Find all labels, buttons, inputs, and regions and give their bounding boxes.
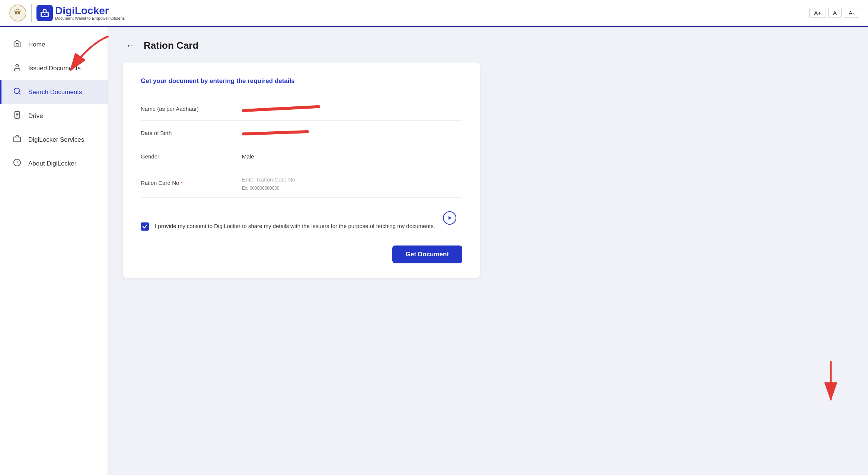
back-button[interactable]: ← bbox=[123, 39, 138, 52]
drive-icon bbox=[12, 111, 22, 121]
sidebar-label-drive: Drive bbox=[28, 112, 43, 120]
consent-checkbox[interactable] bbox=[141, 222, 149, 231]
logo-divider bbox=[31, 4, 32, 22]
gender-label: Gender bbox=[141, 153, 237, 160]
sidebar-item-digilocker-services[interactable]: DigiLocker Services bbox=[0, 128, 108, 152]
get-document-button[interactable]: Get Document bbox=[392, 245, 462, 263]
ration-card-no-hint: Ex. 000000000000 bbox=[237, 186, 462, 191]
logo-combined: DigiLocker Document Wallet to Empower Ci… bbox=[36, 5, 125, 21]
app-header: 🏛 DigiLocker Document Wallet to Empower … bbox=[0, 0, 868, 27]
sidebar-label-home: Home bbox=[28, 41, 45, 48]
sidebar-item-issued-documents[interactable]: Issued Documents bbox=[0, 57, 108, 80]
home-icon bbox=[12, 39, 22, 50]
gender-value: Male bbox=[237, 152, 462, 161]
dob-value-redacted bbox=[237, 128, 462, 138]
svg-text:🏛: 🏛 bbox=[14, 9, 22, 17]
logo-subtitle: Document Wallet to Empower Citizens bbox=[55, 16, 125, 20]
sidebar-label-about: About DigiLocker bbox=[28, 160, 76, 167]
svg-rect-12 bbox=[14, 137, 20, 142]
sidebar-label-issued-documents: Issued Documents bbox=[28, 65, 81, 72]
svg-line-7 bbox=[19, 93, 20, 94]
page-title: Ration Card bbox=[144, 40, 198, 51]
svg-point-4 bbox=[44, 14, 45, 15]
consent-area: I provide my consent to DigiLocker to sh… bbox=[141, 219, 435, 234]
sidebar-item-home[interactable]: Home bbox=[0, 33, 108, 57]
dob-field-row: Date of Birth bbox=[141, 121, 462, 145]
consent-text: I provide my consent to DigiLocker to sh… bbox=[155, 222, 435, 231]
svg-marker-16 bbox=[449, 216, 451, 220]
name-value-redacted bbox=[237, 103, 462, 114]
logo-icon bbox=[36, 5, 53, 21]
logo-text: DigiLocker Document Wallet to Empower Ci… bbox=[55, 6, 125, 20]
play-icon[interactable] bbox=[443, 211, 456, 225]
page-header: ← Ration Card bbox=[123, 39, 853, 52]
font-controls: A+ A A- bbox=[809, 8, 859, 18]
main-layout: Home Issued Documents Search Documents bbox=[0, 27, 868, 475]
card-subtitle: Get your document by entering the requir… bbox=[141, 77, 462, 85]
about-icon bbox=[12, 158, 22, 169]
search-documents-icon bbox=[12, 87, 22, 97]
ration-card-no-input[interactable] bbox=[237, 175, 462, 184]
redact-line-1 bbox=[242, 105, 320, 112]
ration-card-input-wrapper: Ex. 000000000000 bbox=[237, 175, 462, 191]
redact-line-2 bbox=[242, 130, 309, 135]
sidebar: Home Issued Documents Search Documents bbox=[0, 27, 108, 475]
sidebar-item-drive[interactable]: Drive bbox=[0, 104, 108, 128]
sidebar-item-search-documents[interactable]: Search Documents bbox=[0, 80, 108, 104]
dob-label: Date of Birth bbox=[141, 130, 237, 136]
services-icon bbox=[12, 135, 22, 145]
name-field-row: Name (as per Aadhaar) bbox=[141, 97, 462, 121]
gov-emblem: 🏛 bbox=[9, 4, 27, 22]
ration-card-no-field-row: Ration Card No * Ex. 000000000000 bbox=[141, 168, 462, 198]
name-label: Name (as per Aadhaar) bbox=[141, 106, 237, 112]
font-normal-button[interactable]: A bbox=[828, 8, 842, 18]
svg-point-5 bbox=[16, 64, 18, 67]
font-increase-button[interactable]: A+ bbox=[809, 8, 826, 18]
font-decrease-button[interactable]: A- bbox=[844, 8, 859, 18]
issued-documents-icon bbox=[12, 63, 22, 74]
logo-title: DigiLocker bbox=[55, 6, 125, 16]
main-content: ← Ration Card Get your document by enter… bbox=[108, 27, 868, 475]
sidebar-label-search-documents: Search Documents bbox=[28, 89, 82, 96]
document-form-card: Get your document by entering the requir… bbox=[123, 62, 480, 278]
logo-area: 🏛 DigiLocker Document Wallet to Empower … bbox=[9, 4, 125, 22]
sidebar-item-about[interactable]: About DigiLocker bbox=[0, 152, 108, 176]
required-star: * bbox=[181, 180, 183, 186]
sidebar-label-services: DigiLocker Services bbox=[28, 136, 84, 144]
gender-field-row: Gender Male bbox=[141, 145, 462, 168]
ration-card-no-label: Ration Card No * bbox=[141, 180, 237, 186]
